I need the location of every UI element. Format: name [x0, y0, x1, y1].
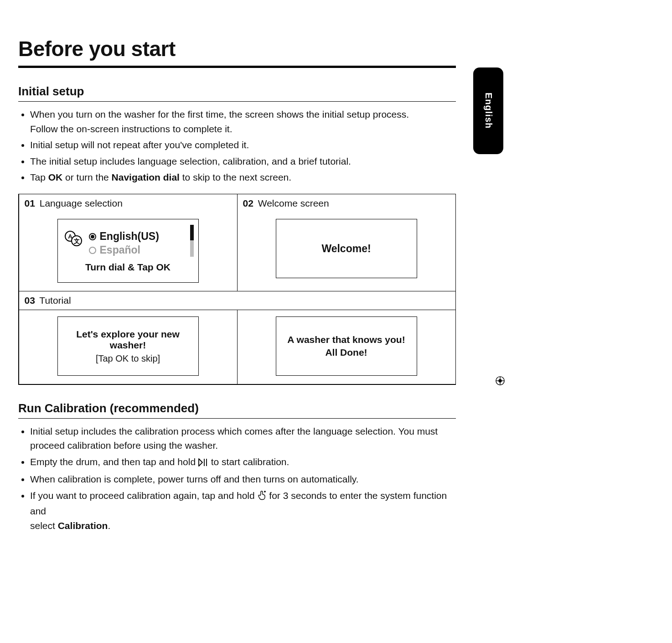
tap-hold-icon: [258, 490, 267, 504]
language-instruction: Turn dial & Tap OK: [64, 262, 192, 273]
list-item: When you turn on the washer for the firs…: [30, 107, 456, 136]
figure-cell-03a: Let's explore your new washer! [Tap OK t…: [19, 310, 238, 384]
list-item: The initial setup includes language sele…: [30, 154, 456, 169]
figure-cell-03-header: 03 Tutorial: [19, 291, 456, 310]
cell-label: Language selection: [40, 198, 123, 208]
cell-number: 03: [25, 295, 35, 306]
cell-label: Welcome screen: [258, 198, 329, 208]
initial-setup-bullet-list: When you turn on the washer for the firs…: [18, 107, 456, 185]
radio-selected-icon: [89, 233, 96, 240]
list-item: If you want to proceed calibration again…: [30, 488, 456, 533]
language-side-tab-label: English: [483, 93, 494, 129]
svg-point-3: [498, 379, 501, 382]
svg-text:文: 文: [73, 238, 79, 244]
cell-number: 01: [25, 198, 35, 208]
cell-label: Tutorial: [39, 295, 71, 306]
registration-mark-icon: [495, 376, 505, 388]
svg-marker-8: [199, 459, 202, 466]
radio-unselected-icon: [89, 247, 96, 254]
language-option-spanish: Español: [89, 244, 192, 257]
figure-cell-01: 01 Language selection A 文: [19, 194, 238, 291]
screen-language-selection: A 文 English(US): [57, 219, 199, 283]
figure-cell-02: 02 Welcome screen Welcome!: [237, 194, 456, 291]
scrollbar-indicator: [190, 225, 194, 257]
list-item: Empty the drum, and then tap and hold to…: [30, 455, 456, 471]
list-item: When calibration is complete, power turn…: [30, 472, 456, 487]
screen-welcome: Welcome!: [276, 219, 417, 278]
run-calibration-bullet-list: Initial setup includes the calibration p…: [18, 424, 456, 533]
language-option-english: English(US): [89, 230, 192, 244]
section-heading-run-calibration: Run Calibration (recommended): [18, 401, 456, 419]
list-item: Initial setup will not repeat after you'…: [30, 138, 456, 152]
section-heading-initial-setup: Initial setup: [18, 84, 456, 102]
figure-cell-03b: A washer that knows you! All Done!: [237, 310, 456, 384]
list-item: Tap OK or turn the Navigation dial to sk…: [30, 170, 456, 185]
setup-steps-figure: 01 Language selection A 文: [18, 194, 456, 385]
cell-number: 02: [243, 198, 253, 208]
screen-tutorial-start: Let's explore your new washer! [Tap OK t…: [57, 316, 199, 376]
language-icon: A 文: [64, 231, 83, 249]
list-item: Initial setup includes the calibration p…: [30, 424, 456, 453]
language-side-tab: English: [473, 67, 503, 154]
play-pause-icon: [198, 456, 208, 471]
page-title: Before you start: [18, 36, 456, 68]
screen-tutorial-done: A washer that knows you! All Done!: [276, 316, 417, 376]
